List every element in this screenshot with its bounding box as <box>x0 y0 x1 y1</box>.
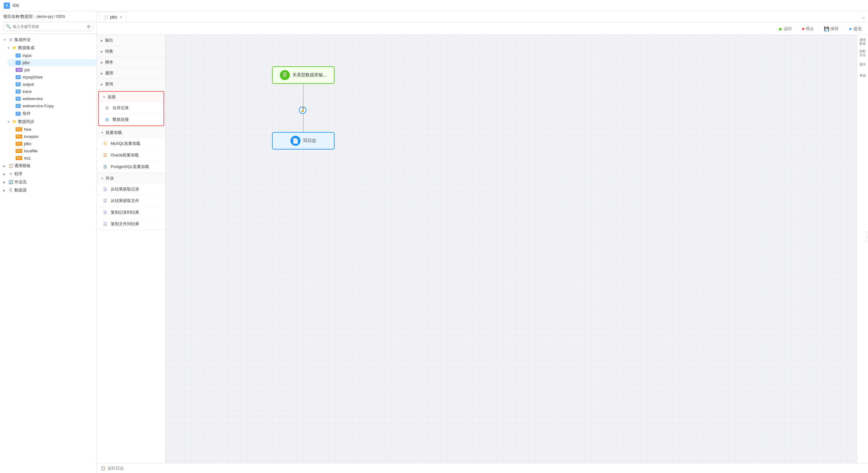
comp-section-general-header[interactable]: ▶ 通用 <box>97 68 165 79</box>
comp-item-copy-records[interactable]: ☰ 复制记录到结果 <box>97 207 165 218</box>
sidebar-item-label: jdbc <box>23 60 93 65</box>
get-records-icon: ☰ <box>102 186 108 193</box>
flow-node-db[interactable]: 🗄 关系型数据库输... <box>272 66 335 84</box>
comp-section-label: 通用 <box>105 70 113 76</box>
stop-button[interactable]: ■ 停止 <box>800 25 816 33</box>
sidebar-item-hive[interactable]: Rts hive <box>7 126 97 133</box>
left-sidebar: 项目名称/数据层：demo-prj / ODS 🔍 ⊕ ▼ ⚙ 集成作业 ▼ 📁… <box>0 11 97 473</box>
tab-more-button[interactable]: ⌄ <box>862 14 866 20</box>
run-button[interactable]: ▶ 运行 <box>777 25 795 33</box>
save-icon: 💾 <box>824 26 829 31</box>
folder-icon: 📁 <box>12 46 17 50</box>
comp-item-get-files[interactable]: ☰ 从结果获取文件 <box>97 195 165 207</box>
comp-item-pg-batch[interactable]: ☰ PostgreSQL批量加载 <box>97 161 165 173</box>
log-node-icon: 📄 <box>290 136 301 146</box>
search-input[interactable] <box>13 24 85 29</box>
comp-item-label: 数据连接 <box>113 117 129 122</box>
sidebar-item-general-config[interactable]: 通用配置 <box>858 37 867 46</box>
comp-section-batch-load: ▼ 批量加载 ☰ MySQL批量加载 ☰ Oracle批量加载 ☰ Postgr… <box>97 127 165 173</box>
sidebar-item-jdbc[interactable]: DI jdbc <box>7 59 97 66</box>
arrow-icon: ▶ <box>3 180 7 184</box>
comp-item-copy-files[interactable]: ☰ 复制文件到结果 <box>97 218 165 230</box>
tab-label: jdbc <box>110 15 118 20</box>
sidebar-item-label: 组件 <box>23 111 93 116</box>
sidebar-item-data-integration[interactable]: ▼ 📁 数据集成 <box>4 44 97 52</box>
tag-di-icon: DI <box>16 61 21 65</box>
arrow-icon: ▼ <box>7 120 11 124</box>
arrow-icon: ▶ <box>3 172 7 176</box>
data-sync-items: Rts hive Rts inceptor Rts jdbc <box>7 126 97 162</box>
comp-item-label: 复制文件到结果 <box>111 221 139 227</box>
flow-node-label: 关系型数据库输... <box>292 72 327 78</box>
sidebar-item-program[interactable]: ▶ ⚙ 程序 <box>0 170 97 178</box>
comp-section-label: 输出 <box>105 37 113 43</box>
sidebar-item-output[interactable]: DI output <box>7 81 97 88</box>
comp-section-job-header[interactable]: ▼ 作业 <box>97 173 165 184</box>
add-icon[interactable]: ⊕ <box>87 24 91 29</box>
tab-close-button[interactable]: ✕ <box>119 15 123 20</box>
tag-rts-icon: Rts <box>16 149 22 153</box>
sidebar-header: 项目名称/数据层：demo-prj / ODS 🔍 ⊕ <box>0 11 97 34</box>
sidebar-item-version[interactable]: 版本 <box>858 60 867 69</box>
arrow-icon: ▶ <box>101 71 103 75</box>
sidebar-item-integration-job[interactable]: ▼ ⚙ 集成作业 <box>0 36 97 44</box>
program-icon: ⚙ <box>8 172 13 176</box>
mysql-icon: ☰ <box>102 141 108 147</box>
sidebar-item-job[interactable]: Job job <box>7 66 97 73</box>
sidebar-item-label: 作业流 <box>14 179 93 185</box>
sidebar-item-label: rts1 <box>24 156 93 160</box>
comp-item-data-connect[interactable]: ⊟ 数据连接 <box>99 114 163 125</box>
comp-item-label: Oracle批量加载 <box>111 152 139 158</box>
sidebar-item-rts1[interactable]: Rts rts1 <box>7 154 97 162</box>
sidebar-item-metrics-log[interactable]: 指标日志 <box>858 49 867 58</box>
stop-icon: ■ <box>802 26 805 31</box>
oracle-icon: ☰ <box>102 152 108 158</box>
bottom-log-bar[interactable]: 📋 运行日志 <box>97 463 868 473</box>
pg-icon: ☰ <box>102 164 108 170</box>
comp-section-label: 脚本 <box>105 59 113 65</box>
sidebar-item-inceptor[interactable]: Rts inceptor <box>7 133 97 140</box>
project-title: 项目名称/数据层：demo-prj / ODS <box>3 14 93 20</box>
tab-jdbc[interactable]: 📄 jdbc ✕ <box>99 12 127 22</box>
toolbar: ▶ 运行 ■ 停止 💾 保存 ➤ 提交 <box>97 23 868 35</box>
sidebar-item-jdbc-rts[interactable]: Rts jdbc <box>7 140 97 147</box>
sidebar-item-webservice[interactable]: DI webservice <box>7 95 97 102</box>
comp-section-transform-header[interactable]: ▶ 转换 <box>97 46 165 57</box>
copy-records-icon: ☰ <box>102 209 108 215</box>
tag-rts-icon: Rts <box>16 135 22 139</box>
submit-button[interactable]: ➤ 提交 <box>846 25 864 33</box>
app-logo: S <box>4 2 10 9</box>
comp-section-query-header[interactable]: ▶ 查询 <box>97 79 165 89</box>
sidebar-item-webservice-copy[interactable]: DI webservice-Copy <box>7 102 97 110</box>
comp-item-oracle-batch[interactable]: ☰ Oracle批量加载 <box>97 150 165 161</box>
sidebar-item-component[interactable]: DI 组件 <box>7 110 97 118</box>
copy-files-icon: ☰ <box>102 221 108 227</box>
comp-section-connect-header[interactable]: ▼ 连接 <box>99 92 163 102</box>
tab-icon: 📄 <box>103 15 108 20</box>
comp-section-script-header[interactable]: ▶ 脚本 <box>97 57 165 67</box>
flow-node-label: 写日志 <box>303 138 316 144</box>
comp-section-output-header[interactable]: ▶ 输出 <box>97 35 165 46</box>
tab-bar: 📄 jdbc ✕ ⌄ <box>97 11 868 23</box>
comp-item-mysql-batch[interactable]: ☰ MySQL批量加载 <box>97 138 165 150</box>
tag-job-icon: Job <box>16 68 23 72</box>
sidebar-item-general-template[interactable]: ▶ 📋 通用模板 <box>0 162 97 170</box>
canvas-area[interactable]: 🗄 关系型数据库输... 🔒 📄 <box>166 35 857 463</box>
sidebar-item-localfile[interactable]: Rts localfile <box>7 147 97 154</box>
metrics-log-label: 指标日志 <box>858 50 867 57</box>
flow-node-log[interactable]: 📄 写日志 <box>272 132 335 150</box>
comp-section-batch-load-header[interactable]: ▼ 批量加载 <box>97 127 165 138</box>
sidebar-item-workflow[interactable]: ▶ 🔄 作业流 <box>0 178 97 186</box>
sidebar-tree: ▼ ⚙ 集成作业 ▼ 📁 数据集成 DI input <box>0 34 97 473</box>
comp-item-get-records[interactable]: ☰ 从结果获取记录 <box>97 184 165 195</box>
sidebar-item-trans[interactable]: DI trans <box>7 88 97 95</box>
sidebar-item-draft[interactable]: 草稿 <box>858 71 867 80</box>
comp-item-merge-records[interactable]: ⊞ 合并记录 <box>99 102 163 114</box>
sidebar-item-input[interactable]: DI input <box>7 52 97 59</box>
sidebar-item-datasource[interactable]: ▶ 🗄 数据源 <box>0 186 97 194</box>
tag-rts-icon: Rts <box>16 142 22 146</box>
sidebar-item-mysql2hive[interactable]: DI mysql2hive <box>7 73 97 81</box>
save-button[interactable]: 💾 保存 <box>822 25 841 33</box>
comp-section-output: ▶ 输出 <box>97 35 165 46</box>
sidebar-item-data-sync[interactable]: ▼ 📁 数据同步 <box>4 118 97 126</box>
